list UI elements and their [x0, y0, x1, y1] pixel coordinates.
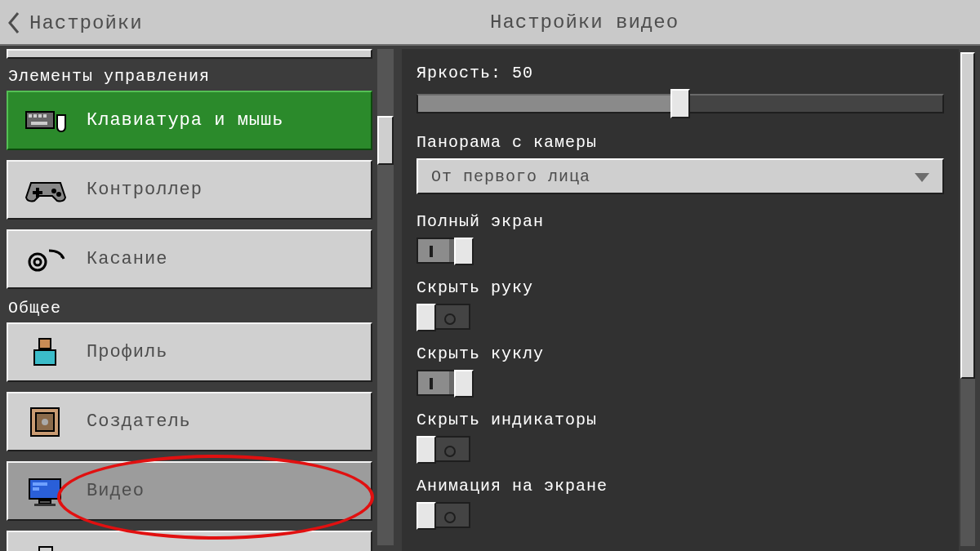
sidebar-item-profile[interactable]: Профиль	[7, 322, 372, 382]
toggle-knob	[416, 502, 436, 530]
slider-fill	[418, 96, 682, 112]
brightness-label: Яркость: 50	[416, 64, 944, 82]
dropdown-value: От первого лица	[431, 167, 590, 186]
monitor-icon	[24, 474, 67, 509]
sidebar-item-label: Создатель	[87, 411, 191, 432]
svg-rect-13	[34, 350, 56, 365]
back-button[interactable]: Настройки	[7, 8, 143, 38]
screen-anim-label: Анимация на экране	[416, 477, 944, 495]
svg-rect-4	[43, 114, 47, 118]
touch-icon	[24, 242, 67, 277]
svg-rect-20	[39, 500, 51, 504]
settings-sidebar: Элементы управления Клавиатура и мышь	[7, 49, 372, 551]
toggle-knob	[454, 370, 474, 398]
svg-point-8	[51, 189, 56, 193]
sidebar-item-keyboard[interactable]: Клавиатура и мышь	[7, 91, 372, 150]
svg-point-11	[34, 259, 41, 265]
chevron-left-icon	[7, 11, 21, 34]
keyboard-mouse-icon	[24, 104, 67, 138]
profile-icon	[24, 335, 67, 370]
camera-label: Панорама с камеры	[416, 133, 944, 152]
svg-rect-25	[39, 547, 52, 552]
fullscreen-toggle[interactable]	[416, 238, 470, 264]
sidebar-item-creator[interactable]: Создатель	[7, 392, 372, 451]
panel-scroll-thumb[interactable]	[960, 52, 975, 379]
gamepad-icon	[24, 173, 67, 207]
svg-rect-19	[33, 487, 39, 491]
sidebar-item-touch[interactable]: Касание	[7, 229, 372, 289]
brightness-slider[interactable]	[416, 89, 944, 118]
svg-rect-3	[38, 114, 42, 118]
sidebar-item-label: Клавиатура и мышь	[87, 110, 283, 131]
hide-hand-toggle[interactable]	[416, 304, 470, 330]
svg-rect-18	[33, 482, 47, 486]
hide-doll-label: Скрыть куклу	[416, 344, 944, 363]
header-bar: Настройки Настройки видео	[0, 0, 980, 46]
hide-hand-label: Скрыть руку	[416, 278, 944, 297]
sidebar-item-video[interactable]: Видео	[7, 461, 372, 521]
hide-doll-toggle[interactable]	[416, 370, 470, 396]
slider-thumb[interactable]	[670, 89, 690, 118]
svg-rect-5	[31, 122, 47, 125]
back-label: Настройки	[29, 12, 143, 34]
sidebar-scroll-thumb[interactable]	[377, 116, 394, 165]
chevron-down-icon	[915, 173, 929, 183]
sidebar-item-stub[interactable]	[7, 49, 372, 59]
section-label-general: Общее	[8, 299, 371, 318]
svg-rect-1	[29, 114, 32, 118]
svg-rect-2	[33, 114, 37, 118]
svg-point-9	[56, 192, 61, 197]
section-label-controls: Элементы управления	[8, 67, 371, 86]
toggle-knob	[416, 436, 436, 464]
sidebar-item-subscriptions[interactable]: Подписки	[7, 531, 372, 551]
toggle-knob	[416, 304, 436, 331]
sidebar-item-label: Контроллер	[87, 180, 203, 200]
page-title: Настройки видео	[490, 11, 882, 33]
svg-point-10	[29, 254, 46, 270]
toggle-knob	[454, 238, 474, 265]
svg-marker-26	[915, 173, 929, 182]
svg-rect-12	[39, 339, 51, 349]
camera-dropdown[interactable]: От первого лица	[416, 158, 944, 194]
command-block-icon	[24, 405, 67, 439]
body: Элементы управления Клавиатура и мышь	[0, 46, 980, 551]
svg-point-16	[42, 419, 48, 425]
sidebar-item-controller[interactable]: Контроллер	[7, 160, 372, 220]
medkit-icon	[24, 544, 67, 552]
sidebar-item-label: Видео	[87, 481, 145, 501]
hide-hud-toggle[interactable]	[416, 436, 470, 462]
hide-hud-label: Скрыть индикаторы	[416, 411, 944, 429]
video-settings-panel: Яркость: 50 Панорама с камеры От первого…	[402, 49, 959, 551]
svg-rect-7	[33, 191, 42, 194]
sidebar-item-label: Профиль	[87, 342, 167, 362]
fullscreen-label: Полный экран	[416, 212, 944, 231]
svg-rect-21	[34, 504, 56, 506]
screen-anim-toggle[interactable]	[416, 502, 470, 528]
sidebar-item-label: Касание	[87, 249, 167, 269]
